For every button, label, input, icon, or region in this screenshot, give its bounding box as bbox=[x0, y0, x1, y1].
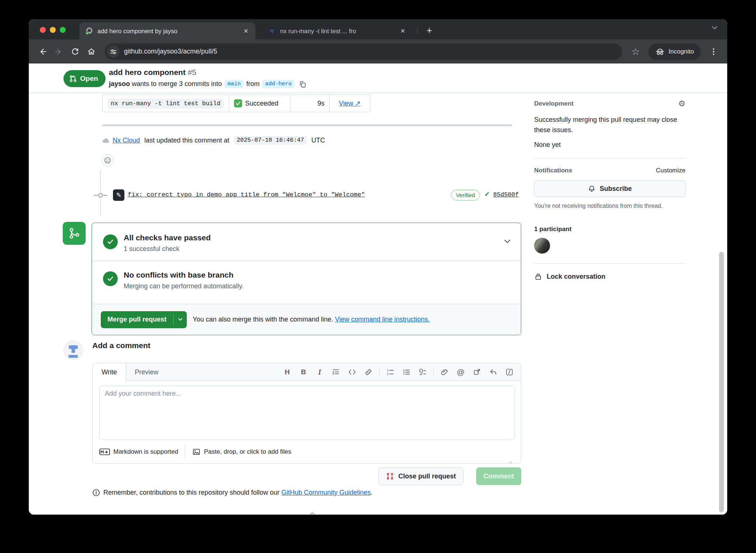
merge-actions-footer: Merge pull request You can also merge th… bbox=[92, 304, 521, 335]
development-empty: None yet bbox=[534, 141, 685, 149]
commit-message-link[interactable]: fix: correct typo in demo app title from… bbox=[128, 191, 365, 198]
cross-reference-icon[interactable] bbox=[471, 366, 483, 378]
kebab-menu-icon bbox=[710, 48, 717, 56]
tab-write[interactable]: Write bbox=[93, 363, 126, 381]
add-reaction-button[interactable] bbox=[102, 154, 114, 166]
link-icon[interactable] bbox=[362, 366, 375, 378]
paste-files-button[interactable]: Paste, drop, or click to add files bbox=[192, 448, 291, 456]
chevron-down-icon[interactable] bbox=[504, 240, 511, 243]
comment-textarea[interactable] bbox=[99, 386, 515, 440]
url-text[interactable]: github.com/jaysoo3/acme/pull/5 bbox=[124, 48, 217, 55]
check-duration: 9s bbox=[317, 100, 324, 107]
tab-title: nx run-many -t lint test ... fro bbox=[280, 28, 395, 35]
reload-icon bbox=[71, 47, 80, 56]
minimize-window-button[interactable] bbox=[50, 27, 56, 33]
toolbar-divider bbox=[379, 368, 379, 377]
saved-reply-icon[interactable] bbox=[487, 366, 499, 378]
browser-menu-button[interactable] bbox=[707, 45, 721, 59]
back-icon bbox=[38, 47, 47, 56]
commit-sha-link[interactable]: 85d500f bbox=[493, 191, 519, 198]
base-branch-label[interactable]: main bbox=[224, 80, 244, 88]
no-conflicts-section: No conflicts with base branch Merging ca… bbox=[92, 261, 521, 304]
browser-tab-active[interactable]: add hero component by jayso ✕ bbox=[79, 23, 255, 40]
slash-command-icon[interactable] bbox=[503, 366, 516, 378]
bulleted-list-icon[interactable] bbox=[400, 366, 413, 378]
tab-search-chevron-icon[interactable] bbox=[712, 26, 718, 30]
checks-passed-section[interactable]: All checks have passed 1 successful chec… bbox=[92, 223, 521, 261]
url-bar[interactable]: github.com/jaysoo3/acme/pull/5 bbox=[105, 44, 622, 60]
info-icon bbox=[92, 489, 100, 497]
check-circle-icon bbox=[103, 234, 118, 249]
pr-subtitle: jaysoo wants to merge 3 commits into mai… bbox=[109, 80, 306, 88]
subscribe-button[interactable]: Subscribe bbox=[534, 180, 685, 197]
markdown-supported-button[interactable]: Markdown is supported bbox=[99, 448, 178, 456]
protip-note: ProTip! Add .patch or .diff to the end o… bbox=[92, 504, 521, 515]
customize-link[interactable]: Customize bbox=[656, 167, 685, 174]
pr-sticky-header: Open add hero component #5 jaysoo wants … bbox=[29, 63, 727, 93]
italic-icon[interactable]: I bbox=[313, 366, 326, 378]
numbered-list-icon[interactable]: 12 bbox=[384, 366, 396, 378]
comment-divider bbox=[102, 124, 512, 126]
window-controls bbox=[40, 27, 66, 33]
browser-window: add hero component by jayso ✕ nx run-man… bbox=[29, 19, 727, 515]
zoom-window-button[interactable] bbox=[60, 27, 66, 33]
attach-file-icon[interactable] bbox=[438, 366, 451, 378]
head-branch-label[interactable]: add-hero bbox=[262, 80, 295, 88]
gear-icon[interactable]: ⚙ bbox=[678, 99, 685, 109]
verified-badge[interactable]: Verified bbox=[451, 190, 480, 200]
bell-icon bbox=[588, 185, 596, 193]
lock-conversation-button[interactable]: Lock conversation bbox=[534, 272, 685, 281]
home-icon bbox=[87, 47, 96, 56]
nx-cloud-link[interactable]: Nx Cloud bbox=[113, 137, 140, 144]
copy-branch-icon[interactable] bbox=[299, 80, 306, 88]
footer-divider bbox=[185, 445, 185, 458]
check-command: nx run-many -t lint test build bbox=[107, 99, 224, 109]
community-guidelines-link[interactable]: GitHub Community Guidelines bbox=[281, 489, 371, 496]
editor-body bbox=[93, 381, 521, 440]
view-check-link[interactable]: View ↗ bbox=[339, 99, 361, 107]
pr-state-label: Open bbox=[80, 75, 98, 83]
browser-tab-inactive[interactable]: nx run-many -t lint test ... fro ✕ bbox=[263, 23, 412, 40]
forward-button[interactable] bbox=[52, 45, 66, 59]
close-pull-request-button[interactable]: Close pull request bbox=[378, 467, 464, 485]
page-scrollbar-thumb[interactable] bbox=[719, 252, 724, 512]
reload-button[interactable] bbox=[68, 45, 82, 59]
check-status: Succeeded bbox=[245, 100, 278, 107]
site-settings-icon[interactable] bbox=[107, 45, 120, 58]
cli-merge-note: You can also merge this with the command… bbox=[193, 316, 430, 323]
cli-instructions-link[interactable]: View command line instructions. bbox=[335, 316, 430, 323]
git-pull-request-icon bbox=[69, 75, 77, 82]
merge-options-caret[interactable] bbox=[173, 311, 187, 328]
mention-icon[interactable]: @ bbox=[454, 366, 467, 378]
tab-preview[interactable]: Preview bbox=[126, 363, 167, 381]
commit-author-avatar[interactable]: ✎ bbox=[113, 189, 124, 201]
merge-pull-request-button[interactable]: Merge pull request bbox=[101, 311, 187, 328]
git-merge-gutter-icon bbox=[63, 222, 86, 245]
close-window-button[interactable] bbox=[40, 27, 46, 33]
incognito-icon bbox=[655, 47, 665, 56]
bookmark-star-button[interactable]: ☆ bbox=[629, 45, 643, 59]
editor-toolbar: H B I 12 bbox=[281, 363, 516, 381]
current-user-avatar[interactable] bbox=[63, 340, 83, 360]
resize-grip-icon[interactable] bbox=[508, 461, 512, 464]
back-button[interactable] bbox=[35, 45, 49, 59]
incognito-badge: Incognito bbox=[649, 44, 701, 60]
bold-icon[interactable]: B bbox=[297, 366, 310, 378]
check-status-cell: Succeeded bbox=[229, 95, 290, 112]
home-button[interactable] bbox=[84, 45, 98, 59]
checks-passed-subtitle: 1 successful check bbox=[124, 245, 179, 253]
no-conflicts-title: No conflicts with base branch bbox=[124, 271, 234, 279]
new-tab-button[interactable]: + bbox=[423, 24, 436, 37]
task-list-icon[interactable] bbox=[416, 366, 429, 378]
comment-submit-button[interactable]: Comment bbox=[476, 467, 521, 485]
add-comment-heading: Add a comment bbox=[92, 341, 151, 350]
sidebar-divider bbox=[534, 158, 685, 159]
code-icon[interactable] bbox=[346, 366, 358, 378]
toolbar-divider bbox=[433, 368, 434, 377]
heading-icon[interactable]: H bbox=[281, 366, 293, 378]
forward-icon bbox=[54, 47, 63, 56]
notifications-note: You're not receiving notifications from … bbox=[534, 203, 685, 209]
pr-author[interactable]: jaysoo bbox=[109, 80, 130, 88]
quote-icon[interactable] bbox=[330, 366, 342, 378]
participant-avatar[interactable] bbox=[534, 238, 550, 254]
